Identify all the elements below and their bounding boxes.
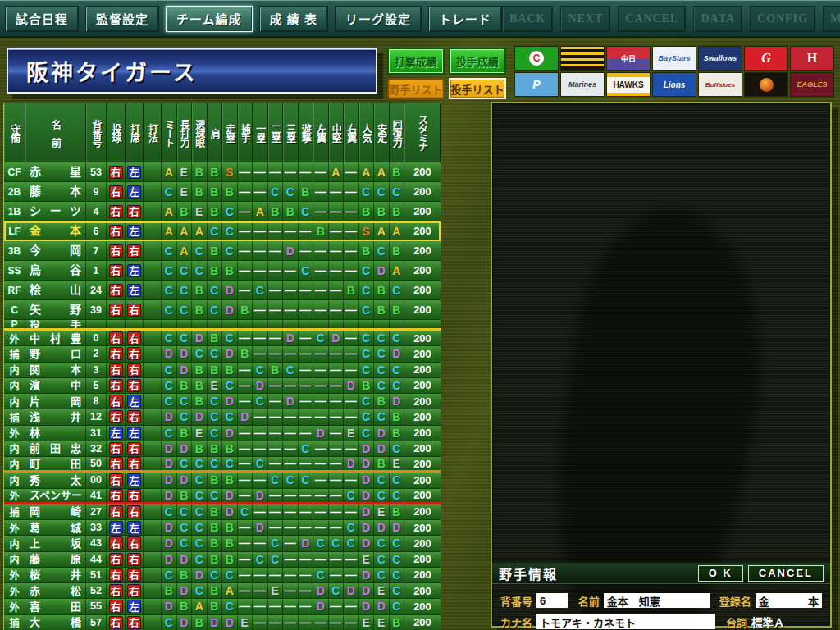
roster-row[interactable]: 内 濱中 5 右 右 C B B E C — D — — — —	[4, 378, 441, 394]
power-grade: B	[177, 202, 193, 221]
roster-row[interactable]: 内 藤原 44 右 右 D D C B B — C C — — —	[4, 552, 441, 568]
fielder-list-button[interactable]: 野手リスト	[387, 78, 445, 99]
roster-row[interactable]: 外 林 31 左 左 C B E C D — — — — — D	[4, 426, 441, 441]
eye-grade: E	[192, 426, 208, 441]
registered-name-input[interactable]: 金 本	[756, 593, 822, 608]
position-cell: 内	[4, 536, 25, 550]
throw-hand-chip: 右	[109, 489, 123, 502]
player-name: 岡崎	[25, 504, 85, 519]
batting-style-cell	[144, 221, 162, 240]
team-logo[interactable]: BayStars	[652, 46, 696, 71]
nav-tab[interactable]: 監督設定	[85, 6, 159, 32]
team-logo[interactable]: C	[514, 46, 559, 71]
team-logo[interactable]	[560, 46, 605, 71]
roster-row[interactable]: 内 上坂 43 右 右 D C C B B — — C — D C	[4, 536, 441, 551]
roster-row[interactable]: 捕 大橋 57 右 右 C D B D D E — — — — —	[4, 615, 441, 630]
player-name: 浅井	[25, 409, 85, 424]
throw-hand-cell: 右	[107, 202, 126, 221]
team-logo[interactable]: EAGLES	[790, 72, 834, 97]
team-logo[interactable]	[744, 72, 788, 97]
roster-row[interactable]: 捕 野口 2 右 右 D D C C D B — — — — —	[4, 346, 441, 362]
roster-row[interactable]: 外 桜井 51 右 右 C B D C C — — — — — C	[4, 568, 441, 583]
jersey-input[interactable]: 6	[536, 593, 568, 608]
cancel-button[interactable]: CANCEL	[748, 565, 824, 582]
pitcher-list-button[interactable]: 投手リスト	[449, 78, 506, 99]
roster-row[interactable]: SS 鳥谷 1 右 左 C C C B B — — — — C —	[4, 261, 441, 281]
roster-row[interactable]: 外 スペンサー 41 右 右 D B C C D — D — — — —	[4, 489, 441, 504]
system-button[interactable]: BACK	[502, 6, 553, 32]
roster-row[interactable]: 内 片岡 8 右 左 C C B C D — C — D — —	[4, 394, 441, 409]
nav-tab[interactable]: リーグ設定	[335, 6, 422, 32]
roster-row[interactable]: 2B 藤本 9 右 左 C E B B B — — C C B —	[4, 182, 441, 202]
left-field-grade: —	[313, 202, 329, 221]
name-cell: 大橋	[25, 615, 86, 630]
stability-grade	[374, 320, 390, 328]
column-header: 投球	[107, 103, 126, 162]
team-logo[interactable]: Lions	[652, 72, 696, 97]
roster-row[interactable]: 外 葛城 33 左 左 D C C B B — D — — — —	[4, 520, 441, 536]
first-base-grade: D	[253, 489, 268, 502]
team-name: 阪神タイガース	[8, 55, 198, 87]
recovery-grade: C	[390, 599, 405, 614]
profile-row: カナ名 トモアキ・カネモト 台詞 標準Ａ	[500, 611, 822, 630]
ok-button[interactable]: O K	[698, 565, 743, 582]
pitching-stats-button[interactable]: 投手成績	[449, 48, 506, 75]
roster-row[interactable]: 捕 岡崎 27 右 右 C C C B D C — — — — —	[4, 504, 441, 520]
system-button[interactable]: DATA	[693, 6, 742, 32]
power-grade: B	[177, 378, 193, 393]
right-field-grade: —	[344, 394, 359, 409]
name-cell: 濱中	[25, 378, 86, 393]
roster-row[interactable]: 3B 今岡 7 右 右 C A C B C — — — D — —	[4, 241, 441, 261]
first-base-grade: D	[253, 520, 268, 535]
roster-row[interactable]: 1B シーツ 4 右 右 A B E B C — A B B C —	[4, 202, 441, 221]
shoulder-grade: B	[208, 536, 223, 550]
player-name: 葛城	[25, 520, 85, 535]
system-button[interactable]: NEXT	[560, 6, 610, 32]
nav-tab[interactable]: 試合日程	[5, 6, 79, 32]
roster-row[interactable]: CF 赤星 53 右 左 A E B B S — — — — — —	[4, 162, 441, 182]
nav-tab[interactable]: チーム編成	[166, 6, 253, 32]
position-cell: 捕	[4, 615, 25, 630]
team-logo[interactable]: H	[790, 46, 834, 71]
left-field-grade: —	[313, 409, 329, 424]
roster-row[interactable]: 外 赤松 52 右 右 B D C B A — — E — — D	[4, 583, 441, 599]
run-grade: C	[222, 202, 238, 221]
roster-row[interactable]: P 投手	[4, 320, 441, 331]
name-cell: 秀太	[25, 472, 86, 487]
team-logo[interactable]: G	[744, 46, 788, 71]
name-input[interactable]: 金本 知憲	[604, 593, 710, 608]
roster-row[interactable]: LF 金本 6 右 左 A A A C C — — — — — B	[4, 221, 441, 241]
team-logo[interactable]: Swallows	[698, 46, 742, 71]
roster-row[interactable]: 捕 浅井 12 右 右 D C D C C D — — — — —	[4, 409, 441, 425]
eye-grade: C	[192, 536, 208, 550]
roster-row[interactable]: 外 喜田 55 右 左 D B A B C — — — — — D	[4, 599, 441, 614]
throw-hand-chip: 右	[109, 185, 123, 199]
position-cell: 3B	[4, 241, 25, 260]
roster-row[interactable]: 内 秀太 00 右 左 D D C B B — — C C C —	[4, 472, 441, 488]
team-logo[interactable]: Marines	[560, 72, 605, 97]
roster-row[interactable]: 内 町田 50 右 右 D C C C C — C — — — —	[4, 457, 441, 472]
team-logo[interactable]: Buffaloes	[698, 72, 742, 97]
stamina-cell: 200	[404, 241, 441, 260]
kana-input[interactable]: トモアキ・カネモト	[536, 614, 715, 629]
roster-row[interactable]: 内 関本 3 右 右 C D B B B — C B C — —	[4, 363, 441, 378]
team-logo[interactable]: P	[514, 72, 559, 97]
recovery-grade: D	[390, 346, 405, 361]
profile-row: 背番号 6 名前 金本 知憲 登録名 金 本	[500, 590, 822, 611]
bat-hand-cell: 右	[126, 241, 144, 260]
roster-row[interactable]: 内 前田忠 32 右 右 D D B B B — — — — C —	[4, 441, 441, 457]
system-button[interactable]: MENU	[823, 6, 840, 32]
run-grade: D	[222, 615, 238, 630]
team-logo[interactable]: 中日	[606, 46, 651, 71]
system-button[interactable]: CANCEL	[618, 6, 686, 32]
team-logo[interactable]: HAWKS	[606, 72, 651, 97]
nav-tab[interactable]: トレード	[428, 6, 502, 32]
roster-row[interactable]: RF 桧山 24 右 左 C C B C D — C — — — —	[4, 281, 441, 300]
roster-row[interactable]: 外 中村豊 0 右 右 C C D B C — — — D — C	[4, 331, 441, 346]
roster-row[interactable]: C 矢野 39 右 右 C C B C D B — — — — —	[4, 300, 441, 320]
batting-style-cell	[144, 346, 162, 361]
nav-tab[interactable]: 成 績 表	[259, 6, 328, 32]
batting-stats-button[interactable]: 打撃成績	[387, 48, 445, 75]
system-button[interactable]: CONFIG	[750, 6, 815, 32]
bat-hand-chip: 左	[127, 395, 141, 408]
